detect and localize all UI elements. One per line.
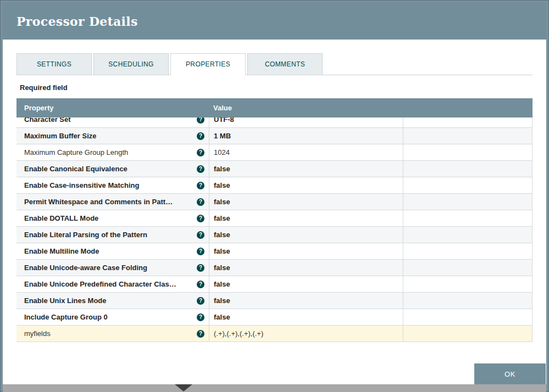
empty-cell [403,227,532,243]
property-value: false [214,313,230,321]
value-cell[interactable]: 1 MB [209,128,403,144]
help-icon[interactable]: ? [197,264,204,272]
table-row[interactable]: Include Capture Group 0?false [16,309,532,326]
help-icon[interactable]: ? [197,198,204,206]
table-row[interactable]: Enable Case-insensitive Matching?false [16,177,532,194]
required-field-label: Required field [20,83,533,92]
empty-cell [403,144,532,160]
properties-table-header: Property Value [16,98,533,117]
property-cell: Enable Unicode-aware Case Folding? [16,260,209,276]
dialog-title: Processor Details [16,14,138,29]
tab-properties[interactable]: PROPERTIES [170,53,246,75]
property-value: false [214,231,230,239]
property-cell: Maximum Buffer Size? [16,128,209,144]
empty-cell [403,309,532,325]
property-cell: Enable Literal Parsing of the Pattern? [16,227,209,243]
table-row[interactable]: Enable Unix Lines Mode?false [16,293,532,309]
property-name: Character Set [24,117,71,124]
tab-bar: SETTINGS SCHEDULING PROPERTIES COMMENTS [16,53,533,75]
dialog-header: Processor Details [3,3,546,40]
help-icon[interactable]: ? [197,248,204,255]
property-value: false [214,280,230,288]
empty-cell [403,177,532,193]
property-value: 1 MB [214,132,231,140]
value-cell[interactable]: false [209,210,403,226]
property-name: Enable Literal Parsing of the Pattern [24,231,147,239]
property-cell: Maximum Capture Group Length? [16,144,209,160]
property-cell: Permit Whitespace and Comments in Patt…? [16,194,209,210]
help-icon[interactable]: ? [197,132,204,140]
value-cell[interactable]: false [209,194,403,210]
table-row[interactable]: Character Set?UTF-8 [16,117,532,128]
property-value: false [214,198,230,206]
value-cell[interactable]: UTF-8 [209,117,403,127]
value-cell[interactable]: false [209,177,403,193]
properties-table-viewport[interactable]: Character Set?UTF-8Maximum Buffer Size?1… [16,117,533,342]
table-row[interactable]: Enable Unicode Predefined Character Clas… [16,276,532,293]
empty-cell [403,260,532,276]
property-cell: Enable Unicode Predefined Character Clas… [16,276,209,292]
value-cell[interactable]: false [209,276,403,292]
property-value: false [214,181,230,189]
help-icon[interactable]: ? [197,313,204,321]
table-row[interactable]: Maximum Capture Group Length?1024 [16,144,532,161]
value-cell[interactable]: false [209,243,403,259]
help-icon[interactable]: ? [197,297,204,305]
table-row[interactable]: Maximum Buffer Size?1 MB [16,128,532,144]
value-cell[interactable]: (.+),(.+),(.+),(.+) [209,326,403,341]
table-row[interactable]: Enable Unicode-aware Case Folding?false [16,260,532,276]
property-cell: Enable Canonical Equivalence? [16,161,209,177]
property-name: Permit Whitespace and Comments in Patt… [24,198,173,206]
tab-settings[interactable]: SETTINGS [16,53,92,75]
tab-scheduling[interactable]: SCHEDULING [93,53,169,75]
processor-details-dialog: Processor Details SETTINGS SCHEDULING PR… [3,3,546,384]
flow-canvas-strip [3,384,546,392]
help-icon[interactable]: ? [197,330,204,338]
tab-comments[interactable]: COMMENTS [247,53,323,75]
help-icon[interactable]: ? [197,182,204,189]
property-name: Enable Multiline Mode [24,247,99,255]
empty-cell [403,161,532,177]
value-cell[interactable]: false [209,227,403,243]
property-cell: myfields? [16,326,209,341]
empty-cell [403,293,532,309]
property-value: false [214,165,230,173]
help-icon[interactable]: ? [197,165,204,173]
property-name: myfields [24,329,51,338]
empty-cell [403,117,532,127]
property-name: Enable Unix Lines Mode [24,296,107,305]
value-cell[interactable]: 1024 [209,144,403,160]
value-cell[interactable]: false [209,161,403,177]
property-cell: Include Capture Group 0? [16,309,209,325]
help-icon[interactable]: ? [197,149,204,156]
property-value: false [214,214,230,222]
property-cell: Enable Unix Lines Mode? [16,293,209,309]
property-cell: Enable Multiline Mode? [16,243,209,259]
dialog-body: SETTINGS SCHEDULING PROPERTIES COMMENTS … [3,40,546,342]
empty-cell [403,128,532,144]
properties-table: Property Value Character Set?UTF-8Maximu… [16,98,533,342]
table-row[interactable]: Enable Canonical Equivalence?false [16,161,532,177]
help-icon[interactable]: ? [197,117,204,124]
property-value: false [214,247,230,255]
empty-cell [403,194,532,210]
table-row[interactable]: Enable Literal Parsing of the Pattern?fa… [16,227,532,243]
ok-button[interactable]: OK [474,363,546,384]
table-row[interactable]: myfields?(.+),(.+),(.+),(.+) [16,326,532,342]
property-name: Enable Unicode Predefined Character Clas… [24,280,176,288]
table-row[interactable]: Permit Whitespace and Comments in Patt…?… [16,194,532,210]
value-cell[interactable]: false [209,309,403,325]
property-name: Enable Canonical Equivalence [24,165,127,173]
properties-table-rows: Character Set?UTF-8Maximum Buffer Size?1… [16,117,532,342]
property-name: Enable Case-insensitive Matching [24,181,140,189]
nifi-canvas: { "dialog": { "title": "Processor Detail… [0,0,549,392]
value-cell[interactable]: false [209,260,403,276]
empty-cell [403,276,532,292]
help-icon[interactable]: ? [197,215,204,222]
table-row[interactable]: Enable DOTALL Mode?false [16,210,532,227]
table-row[interactable]: Enable Multiline Mode?false [16,243,532,260]
help-icon[interactable]: ? [197,281,204,288]
property-name: Maximum Buffer Size [24,132,96,140]
value-cell[interactable]: false [209,293,403,309]
help-icon[interactable]: ? [197,231,204,239]
